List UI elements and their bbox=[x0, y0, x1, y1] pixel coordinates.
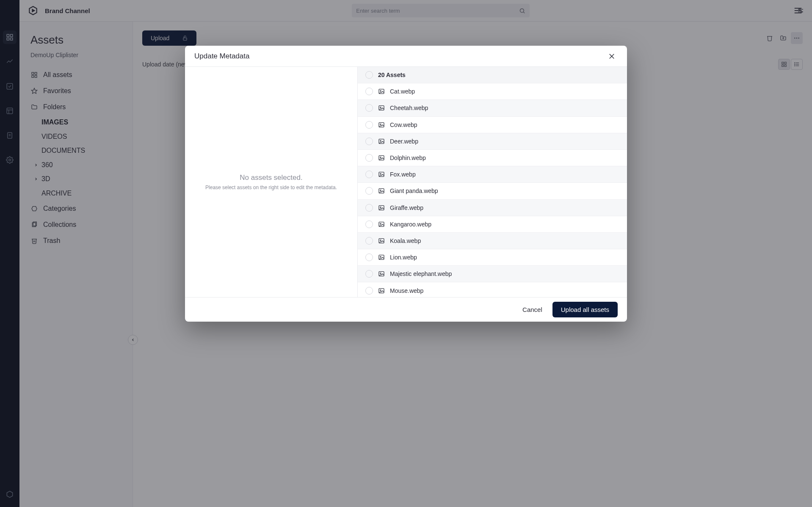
modal-empty-panel: No assets selected. Please select assets… bbox=[185, 67, 358, 297]
asset-radio[interactable] bbox=[365, 138, 373, 145]
image-icon bbox=[378, 287, 385, 294]
svg-point-60 bbox=[380, 190, 381, 191]
image-icon bbox=[378, 154, 385, 161]
asset-radio[interactable] bbox=[365, 220, 373, 228]
asset-radio[interactable] bbox=[365, 204, 373, 212]
image-icon bbox=[378, 121, 385, 128]
asset-radio[interactable] bbox=[365, 121, 373, 129]
upload-all-button[interactable]: Upload all assets bbox=[552, 302, 618, 317]
asset-radio[interactable] bbox=[365, 104, 373, 112]
asset-row[interactable]: Dolphin.webp bbox=[358, 150, 627, 166]
svg-point-68 bbox=[380, 256, 381, 257]
asset-row[interactable]: Cow.webp bbox=[358, 117, 627, 133]
svg-point-52 bbox=[380, 124, 381, 124]
asset-filename: Majestic elephant.webp bbox=[390, 270, 452, 277]
cancel-button[interactable]: Cancel bbox=[522, 306, 542, 313]
svg-point-56 bbox=[380, 157, 381, 158]
asset-row[interactable]: Lion.webp bbox=[358, 249, 627, 266]
image-icon bbox=[378, 138, 385, 145]
image-icon bbox=[378, 187, 385, 194]
asset-radio[interactable] bbox=[365, 187, 373, 195]
svg-point-58 bbox=[380, 174, 381, 174]
image-icon bbox=[378, 88, 385, 95]
modal-header: Update Metadata bbox=[185, 46, 627, 67]
svg-point-50 bbox=[380, 107, 381, 108]
asset-radio[interactable] bbox=[365, 154, 373, 162]
svg-point-66 bbox=[380, 240, 381, 241]
image-icon bbox=[378, 204, 385, 211]
image-icon bbox=[378, 171, 385, 178]
select-all-radio[interactable] bbox=[365, 71, 373, 79]
image-icon bbox=[378, 221, 385, 228]
svg-point-70 bbox=[380, 273, 381, 274]
asset-filename: Koala.webp bbox=[390, 237, 421, 244]
modal-body: No assets selected. Please select assets… bbox=[185, 67, 627, 297]
asset-row[interactable]: Cat.webp bbox=[358, 83, 627, 100]
asset-filename: Giraffe.webp bbox=[390, 204, 423, 211]
asset-filename: Cheetah.webp bbox=[390, 105, 428, 111]
asset-filename: Lion.webp bbox=[390, 254, 417, 261]
svg-point-64 bbox=[380, 223, 381, 224]
asset-filename: Giant panda.webp bbox=[390, 187, 438, 194]
modal-overlay: Update Metadata No assets selected. Plea… bbox=[0, 0, 812, 507]
asset-row[interactable]: Deer.webp bbox=[358, 133, 627, 150]
asset-radio[interactable] bbox=[365, 171, 373, 178]
update-metadata-modal: Update Metadata No assets selected. Plea… bbox=[185, 46, 627, 322]
image-icon bbox=[378, 105, 385, 111]
asset-list: 20 Assets Cat.webpCheetah.webpCow.webpDe… bbox=[358, 67, 627, 297]
asset-list-header[interactable]: 20 Assets bbox=[358, 67, 627, 83]
asset-count: 20 Assets bbox=[378, 72, 406, 78]
modal-footer: Cancel Upload all assets bbox=[185, 297, 627, 322]
svg-point-62 bbox=[380, 207, 381, 207]
empty-title: No assets selected. bbox=[240, 174, 302, 182]
asset-row[interactable]: Mouse.webp bbox=[358, 282, 627, 297]
asset-radio[interactable] bbox=[365, 237, 373, 245]
asset-row[interactable]: Giraffe.webp bbox=[358, 200, 627, 216]
asset-filename: Cat.webp bbox=[390, 88, 415, 95]
asset-row[interactable]: Koala.webp bbox=[358, 233, 627, 249]
asset-row[interactable]: Kangaroo.webp bbox=[358, 216, 627, 233]
asset-filename: Cow.webp bbox=[390, 121, 417, 128]
asset-row[interactable]: Majestic elephant.webp bbox=[358, 266, 627, 282]
close-button[interactable] bbox=[606, 50, 618, 62]
asset-filename: Fox.webp bbox=[390, 171, 416, 178]
image-icon bbox=[378, 270, 385, 277]
asset-row[interactable]: Giant panda.webp bbox=[358, 183, 627, 199]
empty-subtitle: Please select assets on the right side t… bbox=[205, 185, 337, 190]
image-icon bbox=[378, 254, 385, 261]
asset-radio[interactable] bbox=[365, 270, 373, 278]
svg-point-48 bbox=[380, 91, 381, 91]
asset-filename: Mouse.webp bbox=[390, 287, 423, 294]
asset-filename: Dolphin.webp bbox=[390, 154, 426, 161]
asset-radio[interactable] bbox=[365, 88, 373, 95]
svg-point-54 bbox=[380, 141, 381, 141]
asset-filename: Kangaroo.webp bbox=[390, 221, 431, 228]
svg-point-72 bbox=[380, 289, 381, 290]
modal-title: Update Metadata bbox=[194, 52, 249, 61]
image-icon bbox=[378, 237, 385, 244]
asset-row[interactable]: Cheetah.webp bbox=[358, 100, 627, 116]
asset-filename: Deer.webp bbox=[390, 138, 418, 145]
asset-radio[interactable] bbox=[365, 287, 373, 295]
asset-row[interactable]: Fox.webp bbox=[358, 166, 627, 183]
asset-radio[interactable] bbox=[365, 253, 373, 261]
